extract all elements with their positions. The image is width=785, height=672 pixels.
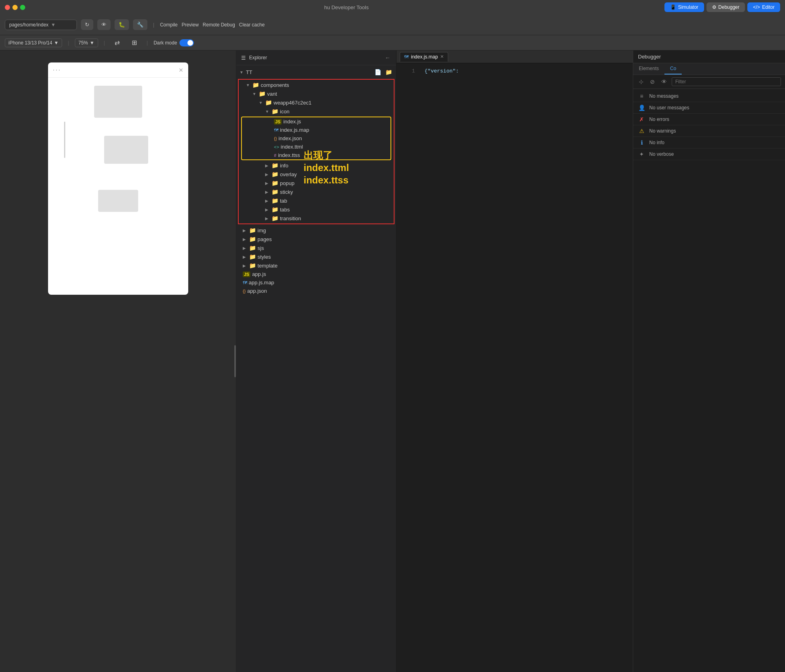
tree-item-app-json[interactable]: {} app.json xyxy=(236,287,396,295)
folder-icon: 📁 xyxy=(249,245,256,251)
tree-item-overlay[interactable]: ▶ 📁 overlay xyxy=(240,170,393,179)
js-icon: JS xyxy=(274,119,282,125)
tree-root-item[interactable]: ▼ TT 📄 📁 xyxy=(236,67,396,77)
debugger-title: Debugger xyxy=(638,54,661,60)
device-value: iPhone 13/13 Pro/14 xyxy=(8,40,52,46)
tree-item-sjs[interactable]: ▶ 📁 sjs xyxy=(236,243,396,252)
new-folder-button[interactable]: 📁 xyxy=(384,68,393,76)
explorer-body[interactable]: ▼ TT 📄 📁 ▼ 📁 components xyxy=(236,65,396,672)
tree-item-pages[interactable]: ▶ 📁 pages xyxy=(236,235,396,243)
tab-close-button[interactable]: ✕ xyxy=(440,54,444,59)
right-top: 🗺 index.js.map ✕ 1 {"version": Debugger xyxy=(397,50,785,672)
collapse-icon[interactable]: ← xyxy=(384,54,391,62)
clear-cache-label[interactable]: Clear cache xyxy=(239,22,265,28)
tree-item-tab[interactable]: ▶ 📁 tab xyxy=(240,196,393,205)
root-label: TT xyxy=(246,69,252,75)
tree-item-styles[interactable]: ▶ 📁 styles xyxy=(236,252,396,261)
zoom-selector[interactable]: 75% ▼ xyxy=(75,38,98,47)
tab-elements[interactable]: Elements xyxy=(633,63,664,74)
layout-button[interactable]: ⊞ xyxy=(128,36,141,49)
path-selector[interactable]: pages/home/index ▼ xyxy=(5,20,77,30)
tree-item-weapp[interactable]: ▼ 📁 weapp467c2ec1 xyxy=(240,98,393,107)
chevron-right-icon: ▶ xyxy=(265,190,270,194)
tree-item-template[interactable]: ▶ 📁 template xyxy=(236,261,396,270)
ban-button[interactable]: ⊘ xyxy=(648,78,656,86)
tree-item-app-js[interactable]: JS app.js xyxy=(236,270,396,278)
simulator-button[interactable]: 📱 Simulator xyxy=(664,2,704,12)
chevron-right-icon: ▶ xyxy=(243,246,248,250)
tree-item-popup[interactable]: ▶ 📁 popup xyxy=(240,179,393,187)
maximize-button[interactable] xyxy=(20,5,25,10)
simulator-scrollbar[interactable] xyxy=(234,345,236,377)
folder-icon: 📁 xyxy=(272,171,278,177)
folder-icon: 📁 xyxy=(272,108,278,115)
tree-item-vant[interactable]: ▼ 📁 vant xyxy=(240,89,393,98)
rotate-button[interactable]: ⇄ xyxy=(111,36,124,49)
minimize-button[interactable] xyxy=(12,5,18,10)
json-icon: {} xyxy=(243,289,246,294)
darkmode-switch[interactable] xyxy=(179,39,194,46)
chevron-right-icon: ▶ xyxy=(243,237,248,241)
tree-item-img[interactable]: ▶ 📁 img xyxy=(236,226,396,235)
chevron-right-icon: ▶ xyxy=(243,228,248,233)
eye-button[interactable]: 👁 xyxy=(660,78,668,86)
folder-label: weapp467c2ec1 xyxy=(274,100,312,106)
tree-item-transition[interactable]: ▶ 📁 transition xyxy=(240,214,393,223)
editor-button[interactable]: </> Editor xyxy=(747,2,780,12)
debugger-tabs: Elements Co xyxy=(633,63,785,75)
tree-item-components[interactable]: ▼ 📁 components xyxy=(240,80,393,89)
remote-debug-label[interactable]: Remote Debug xyxy=(203,22,235,28)
file-label: app.js xyxy=(252,271,266,277)
tree-item-sticky[interactable]: ▶ 📁 sticky xyxy=(240,187,393,196)
simulator-panel: ··· ✕ xyxy=(0,50,236,672)
tree-item-index-ttss[interactable]: # index.ttss xyxy=(242,151,390,159)
explorer-header: ☰ Explorer ← xyxy=(236,50,396,65)
filter-input[interactable] xyxy=(672,77,781,86)
console-item-error: ✗ No errors xyxy=(633,114,785,125)
refresh-button[interactable]: ↻ xyxy=(81,19,93,30)
ttss-icon: # xyxy=(274,153,276,158)
darkmode-toggle[interactable]: Dark mode xyxy=(153,39,194,46)
tab-console[interactable]: Co xyxy=(664,63,682,74)
chevron-right-icon: ▶ xyxy=(265,163,270,168)
settings-button[interactable]: 🔧 xyxy=(133,19,147,30)
phone-frame: ··· ✕ xyxy=(48,62,188,295)
tree-item-index-js[interactable]: JS index.js xyxy=(242,117,390,126)
tree-item-index-ttml[interactable]: <> index.ttml xyxy=(242,143,390,151)
debug-button[interactable]: 🐛 xyxy=(115,19,129,30)
editor-content[interactable]: 1 {"version": xyxy=(397,63,633,672)
new-file-button[interactable]: 📄 xyxy=(374,68,382,76)
console-item-info: ℹ No info xyxy=(633,137,785,149)
folder-label: transition xyxy=(280,215,301,221)
map-icon: 🗺 xyxy=(243,280,247,285)
tree-item-app-js-map[interactable]: 🗺 app.js.map xyxy=(236,278,396,287)
console-item-verbose: ✦ No verbose xyxy=(633,149,785,160)
debugger-button[interactable]: ⚙ Debugger xyxy=(706,2,745,12)
console-item-user: 👤 No user messages xyxy=(633,102,785,114)
folder-label: tab xyxy=(280,198,287,204)
preview-toggle-button[interactable]: 👁 xyxy=(97,19,111,30)
explorer-header-icons: ← xyxy=(384,54,391,62)
folder-label: popup xyxy=(280,180,294,186)
phone-close-button[interactable]: ✕ xyxy=(179,67,183,73)
editor-tab-index-js-map[interactable]: 🗺 index.js.map ✕ xyxy=(400,52,448,62)
file-label: app.js.map xyxy=(249,280,274,286)
cursor-button[interactable]: ⊹ xyxy=(637,78,645,86)
preview-label[interactable]: Preview xyxy=(181,22,199,28)
tree-item-index-js-map[interactable]: 🗺 index.js.map xyxy=(242,126,390,134)
tab-label: index.js.map xyxy=(411,54,438,60)
chevron-down-icon: ▼ xyxy=(51,22,56,28)
devicebar: iPhone 13/13 Pro/14 ▼ | 75% ▼ | ⇄ ⊞ | Da… xyxy=(0,35,785,50)
chevron-down-icon: ▼ xyxy=(54,40,58,46)
compile-label[interactable]: Compile xyxy=(160,22,177,28)
folder-icon: 📁 xyxy=(272,197,278,204)
tree-item-icon[interactable]: ▼ 📁 icon xyxy=(240,107,393,116)
hamburger-icon: ☰ xyxy=(241,55,246,61)
close-button[interactable] xyxy=(5,5,10,10)
tree-item-tabs[interactable]: ▶ 📁 tabs xyxy=(240,205,393,214)
tree-item-info[interactable]: ▶ 📁 info 出现了 index.ttml index.ttss xyxy=(240,161,393,170)
explorer-panel: ☰ Explorer ← ▼ TT 📄 📁 xyxy=(236,50,397,672)
toolbar-separator: | xyxy=(153,22,154,28)
device-selector[interactable]: iPhone 13/13 Pro/14 ▼ xyxy=(5,38,62,47)
tree-item-index-json[interactable]: {} index.json xyxy=(242,134,390,143)
